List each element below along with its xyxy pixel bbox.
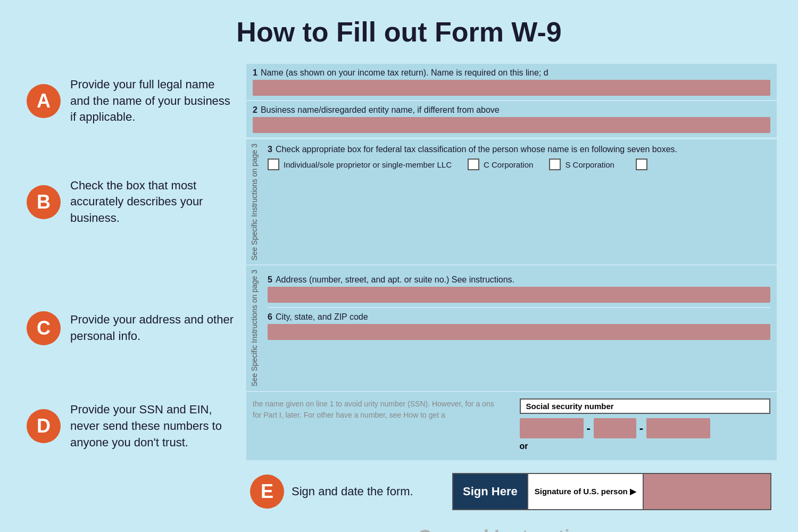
ssn-box-1[interactable] <box>520 418 584 438</box>
checkbox-1-item: Individual/sole proprietor or single-mem… <box>268 159 452 170</box>
section-a-label-col: A Provide your full legal name and the n… <box>21 64 245 138</box>
badge-a: A <box>27 84 61 118</box>
field-2-text: Business name/disregarded entity name, i… <box>261 105 500 114</box>
bottom-row: ▭ the balance E Sign and date the form. … <box>21 466 777 532</box>
section-e-label: E Sign and date the form. <box>250 475 442 509</box>
ssn-area: Social security number - - or <box>520 398 771 451</box>
field-3-number: 3 <box>268 145 272 154</box>
field-2-number: 2 <box>253 105 257 114</box>
field-5-number: 5 <box>268 275 272 284</box>
field-6-number: 6 <box>268 312 272 321</box>
content-area: A Provide your full legal name and the n… <box>21 64 777 532</box>
badge-d: D <box>27 409 61 443</box>
section-d-label-col: D Provide your SSN and EIN, never send t… <box>21 392 245 460</box>
field-6-row: 6City, state, and ZIP code <box>268 308 770 344</box>
section-c-row: C Provide your address and other persona… <box>21 265 777 392</box>
field-1-number: 1 <box>253 68 257 77</box>
field-5-text: Address (number, street, and apt. or sui… <box>276 275 514 284</box>
section-b-rotated: See Specific Instructions on page 3 <box>246 139 261 264</box>
section-d-form-inner: the name given on line 1 to avoid urity … <box>246 392 777 458</box>
section-b-text: Check the box that most accurately descr… <box>70 178 234 227</box>
ssn-or: or <box>520 442 771 451</box>
section-c-form-col: See Specific Instructions on page 3 5Add… <box>245 265 777 390</box>
section-c-text: Provide your address and other personal … <box>70 312 234 345</box>
checkbox-1-label: Individual/sole proprietor or single-mem… <box>284 160 452 169</box>
badge-e: E <box>250 475 284 509</box>
checkbox-1[interactable] <box>268 159 279 170</box>
field-5-label: 5Address (number, street, and apt. or su… <box>268 275 770 285</box>
field-3-text: Check appropriate box for federal tax cl… <box>276 145 677 154</box>
ssn-label: Social security number <box>520 398 771 414</box>
field-2-row: 2Business name/disregarded entity name, … <box>246 101 777 138</box>
page-title: How to Fill out Form W-9 <box>21 11 777 48</box>
field-1-label: 1Name (as shown on your income tax retur… <box>253 68 770 78</box>
section-a-text: Provide your full legal name and the nam… <box>70 77 234 126</box>
section-b-form-col: See Specific Instructions on page 3 3Che… <box>245 139 777 264</box>
section-e-row: E Sign and date the form. Sign Here Sign… <box>245 466 777 518</box>
bottom-left: ▭ the balance <box>21 529 245 532</box>
field-1-text: Name (as shown on your income tax return… <box>261 68 548 77</box>
section-e-text: Sign and date the form. <box>292 484 413 500</box>
signature-input[interactable] <box>644 474 770 509</box>
badge-c: C <box>27 311 61 345</box>
section-c-label-col: C Provide your address and other persona… <box>21 265 245 390</box>
section-b-row: B Check the box that most accurately des… <box>21 139 777 265</box>
checkbox-3-item: S Corporation <box>549 159 614 170</box>
sign-here-box: Sign Here <box>453 474 527 509</box>
checkbox-3-label: S Corporation <box>565 160 614 169</box>
ssn-input-row: - - <box>520 418 771 438</box>
section-d-form-col: the name given on line 1 to avoid urity … <box>245 392 777 460</box>
ssn-box-2[interactable] <box>594 418 636 438</box>
general-instructions: General Instructions <box>245 520 777 532</box>
page-container: How to Fill out Form W-9 A Provide your … <box>0 0 798 532</box>
checkbox-2-item: C Corporation <box>468 159 533 170</box>
section-e-and-footer: E Sign and date the form. Sign Here Sign… <box>245 466 777 532</box>
section-d-row: D Provide your SSN and EIN, never send t… <box>21 392 777 461</box>
field-6-label: 6City, state, and ZIP code <box>268 312 770 322</box>
field-6-text: City, state, and ZIP code <box>276 312 368 321</box>
checkbox-4[interactable] <box>636 159 647 170</box>
section-c-content: 5Address (number, street, and apt. or su… <box>261 265 777 390</box>
section-d-text: Provide your SSN and EIN, never send the… <box>70 402 234 451</box>
field-2-input[interactable] <box>253 117 770 133</box>
section-b-form-inner: See Specific Instructions on page 3 3Che… <box>246 139 777 264</box>
field-6-input[interactable] <box>268 324 770 340</box>
logo-area: ▭ the balance <box>21 529 245 532</box>
signature-label: Signature of U.S. person ▶ <box>527 474 644 509</box>
ssn-box-3[interactable] <box>646 418 710 438</box>
greyed-text: the name given on line 1 to avoid urity … <box>253 398 509 451</box>
field-3-label: 3Check appropriate box for federal tax c… <box>268 145 770 154</box>
field-1-input[interactable] <box>253 80 770 96</box>
field-2-label: 2Business name/disregarded entity name, … <box>253 105 770 115</box>
field-1-row: 1Name (as shown on your income tax retur… <box>246 64 777 101</box>
field-5-input[interactable] <box>268 287 770 303</box>
checkbox-3[interactable] <box>549 159 561 170</box>
section-a-row: A Provide your full legal name and the n… <box>21 64 777 139</box>
checkbox-row: Individual/sole proprietor or single-mem… <box>268 159 770 170</box>
sign-form-area: Sign Here Signature of U.S. person ▶ <box>452 473 771 510</box>
section-b-content: 3Check appropriate box for federal tax c… <box>261 139 777 264</box>
checkbox-2[interactable] <box>468 159 479 170</box>
badge-b: B <box>27 185 61 219</box>
section-b-label-col: B Check the box that most accurately des… <box>21 139 245 264</box>
section-a-form-col: 1Name (as shown on your income tax retur… <box>245 64 777 138</box>
section-c-form-inner: See Specific Instructions on page 3 5Add… <box>246 265 777 390</box>
field-5-row: 5Address (number, street, and apt. or su… <box>268 271 770 308</box>
section-c-rotated: See Specific Instructions on page 3 <box>246 265 261 390</box>
ssn-dash-2: - <box>639 421 643 435</box>
ssn-dash-1: - <box>587 421 591 435</box>
checkbox-2-label: C Corporation <box>484 160 533 169</box>
